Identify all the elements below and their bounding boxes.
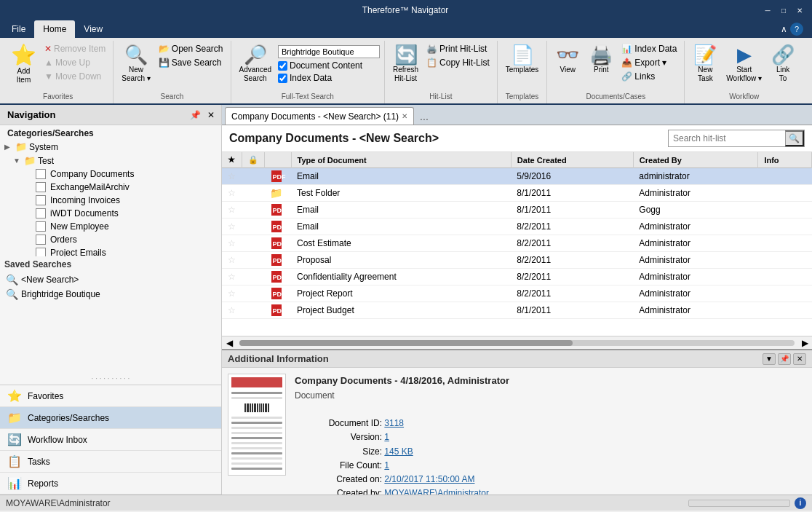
created-on-value[interactable]: 2/10/2017 11:50:00 AM bbox=[384, 474, 474, 484]
star-cell[interactable]: ☆ bbox=[222, 269, 242, 285]
search-hitlist-button[interactable]: 🔍 bbox=[785, 130, 804, 146]
doc-content-checkbox[interactable] bbox=[278, 61, 287, 71]
created-by-value[interactable]: MOYAWARE\Administrator bbox=[384, 488, 489, 495]
ai-collapse-button[interactable]: ▼ bbox=[763, 353, 776, 365]
index-data-checkbox[interactable] bbox=[278, 74, 287, 83]
table-row[interactable]: ☆ PDF Cost Estimate 8/2/2011 Administrat… bbox=[222, 235, 812, 252]
tree-item-system[interactable]: ▶ 📁 System bbox=[0, 140, 221, 154]
menu-view[interactable]: View bbox=[75, 20, 111, 38]
col-type[interactable]: Type of Document bbox=[291, 152, 511, 168]
table-row[interactable]: ☆ 📁 Test Folder 8/1/2011 Administrator bbox=[222, 185, 812, 202]
tree-item-iwdt[interactable]: iWDT Documents bbox=[0, 207, 221, 220]
collapse-ribbon-icon[interactable]: ∧ bbox=[781, 24, 787, 34]
star-cell[interactable]: ☆ bbox=[222, 285, 242, 302]
icon-cell: 📁 bbox=[264, 185, 291, 202]
version-value[interactable]: 1 bbox=[384, 432, 389, 442]
star-cell[interactable]: ☆ bbox=[222, 252, 242, 269]
tree-item-incoming-invoices[interactable]: Incoming Invoices bbox=[0, 194, 221, 207]
templates-button[interactable]: 📄 Templates bbox=[502, 42, 543, 77]
tab-company-docs[interactable]: Company Documents - <New Search> (11) ✕ bbox=[225, 107, 414, 125]
scroll-right-button[interactable]: ▶ bbox=[797, 338, 812, 348]
tab-more-button[interactable]: ... bbox=[415, 109, 433, 125]
ai-close-button[interactable]: ✕ bbox=[793, 353, 806, 365]
move-down-button[interactable]: ▼ Move Down bbox=[41, 70, 108, 83]
start-workflow-icon: ▶ bbox=[737, 45, 752, 64]
link-to-button[interactable]: 🔗 LinkTo bbox=[767, 42, 799, 86]
nav-categories[interactable]: 📁 Categories/Searches bbox=[0, 407, 221, 429]
fulltext-search-input[interactable] bbox=[278, 45, 380, 58]
move-up-button[interactable]: ▲ Move Up bbox=[41, 56, 108, 69]
star-cell[interactable]: ☆ bbox=[222, 168, 242, 185]
saved-item-brightridge[interactable]: 🔍 Brightridge Boutique bbox=[4, 287, 217, 302]
saved-item-new-search[interactable]: 🔍 <New Search> bbox=[4, 272, 217, 287]
col-star[interactable]: ★ bbox=[222, 152, 242, 168]
tree-item-test[interactable]: ▼ 📁 Test bbox=[0, 154, 221, 168]
tree-item-exchange-mail[interactable]: ExchangeMailArchiv bbox=[0, 181, 221, 194]
save-search-button[interactable]: 💾 Save Search bbox=[156, 56, 226, 69]
nav-workflow-inbox[interactable]: 🔄 Workflow Inbox bbox=[0, 429, 221, 451]
help-icon[interactable]: ? bbox=[790, 23, 803, 36]
view-button[interactable]: 👓 View bbox=[552, 42, 584, 77]
tree-item-orders[interactable]: Orders bbox=[0, 233, 221, 246]
type-cell: Confidentiality Agreement bbox=[291, 269, 511, 285]
star-cell[interactable]: ☆ bbox=[222, 202, 242, 218]
table-row[interactable]: ☆ PDF Email 5/9/2016 administrator bbox=[222, 168, 812, 185]
tree-item-project-emails[interactable]: Project Emails bbox=[0, 246, 221, 256]
print-hitlist-button[interactable]: 🖨️ Print Hit-List bbox=[423, 42, 493, 55]
new-task-button[interactable]: 📝 NewTask bbox=[689, 42, 721, 86]
table-row[interactable]: ☆ PDF Email 8/1/2011 Gogg bbox=[222, 202, 812, 218]
menu-file[interactable]: File bbox=[3, 20, 34, 38]
star-cell[interactable]: ☆ bbox=[222, 218, 242, 235]
lock-cell bbox=[242, 235, 264, 252]
panel-pin-button[interactable]: 📌 bbox=[188, 108, 202, 122]
created-by-cell: Administrator bbox=[633, 218, 758, 235]
copy-hitlist-button[interactable]: 📋 Copy Hit-List bbox=[423, 56, 493, 69]
h-scrollbar-thumb[interactable] bbox=[239, 340, 573, 346]
remove-item-button[interactable]: ✕ Remove Item bbox=[41, 42, 108, 55]
print-button[interactable]: 🖨️ Print bbox=[585, 42, 617, 77]
tree-scroll: ▶ 📁 System ▼ 📁 Test Company Documents bbox=[0, 140, 221, 256]
links-button[interactable]: 🔗 Links bbox=[618, 70, 680, 83]
nav-reports[interactable]: 📊 Reports bbox=[0, 473, 221, 495]
col-created-by[interactable]: Created By bbox=[633, 152, 758, 168]
star-cell[interactable]: ☆ bbox=[222, 185, 242, 202]
new-search-button[interactable]: 🔍 NewSearch ▾ bbox=[118, 42, 154, 86]
tree-item-new-employee[interactable]: New Employee bbox=[0, 220, 221, 233]
nav-tasks[interactable]: 📋 Tasks bbox=[0, 451, 221, 473]
col-date[interactable]: Date Created bbox=[511, 152, 633, 168]
size-value[interactable]: 145 KB bbox=[384, 446, 413, 457]
table-row[interactable]: ☆ PDF Project Report 8/2/2011 Administra… bbox=[222, 285, 812, 302]
file-count-value[interactable]: 1 bbox=[384, 460, 389, 470]
menu-home[interactable]: Home bbox=[34, 20, 75, 38]
table-row[interactable]: ☆ PDF Email 8/2/2011 Administrator bbox=[222, 218, 812, 235]
maximize-button[interactable]: □ bbox=[777, 4, 790, 16]
star-cell[interactable]: ☆ bbox=[222, 235, 242, 252]
col-icon[interactable] bbox=[264, 152, 291, 168]
export-button[interactable]: 📤 Export ▾ bbox=[618, 56, 680, 69]
search-hitlist-input[interactable] bbox=[669, 132, 785, 145]
tab-close-icon[interactable]: ✕ bbox=[402, 112, 407, 120]
open-search-button[interactable]: 📂 Open Search bbox=[156, 42, 226, 55]
close-button[interactable]: ✕ bbox=[793, 4, 806, 16]
advanced-search-button[interactable]: 🔎 AdvancedSearch bbox=[236, 42, 275, 86]
ai-pin-button[interactable]: 📌 bbox=[778, 353, 791, 365]
star-cell[interactable]: ☆ bbox=[222, 302, 242, 319]
minimize-button[interactable]: ─ bbox=[761, 4, 774, 16]
table-row[interactable]: ☆ PDF Project Budget 8/1/2011 Administra… bbox=[222, 302, 812, 319]
col-info[interactable]: Info bbox=[758, 152, 812, 168]
panel-close-button[interactable]: ✕ bbox=[204, 108, 218, 122]
status-info-button[interactable]: i bbox=[795, 497, 806, 509]
start-workflow-label: StartWorkflow ▾ bbox=[726, 66, 762, 83]
tree-item-company-docs[interactable]: Company Documents bbox=[0, 168, 221, 181]
add-item-button[interactable]: ⭐ AddItem bbox=[7, 42, 40, 87]
table-row[interactable]: ☆ PDF Proposal 8/2/2011 Administrator bbox=[222, 252, 812, 269]
table-row[interactable]: ☆ PDF Confidentiality Agreement 8/2/2011… bbox=[222, 269, 812, 285]
refresh-hitlist-button[interactable]: 🔄 RefreshHit-List bbox=[389, 42, 422, 86]
scroll-left-button[interactable]: ◀ bbox=[222, 338, 236, 348]
index-data-docs-button[interactable]: 📊 Index Data bbox=[618, 42, 680, 55]
start-workflow-button[interactable]: ▶ StartWorkflow ▾ bbox=[723, 42, 765, 86]
app-title: Therefore™ Navigator bbox=[49, 5, 761, 15]
doc-id-value[interactable]: 3118 bbox=[384, 418, 404, 428]
nav-favorites[interactable]: ⭐ Favorites bbox=[0, 385, 221, 407]
col-lock[interactable]: 🔒 bbox=[242, 152, 264, 168]
